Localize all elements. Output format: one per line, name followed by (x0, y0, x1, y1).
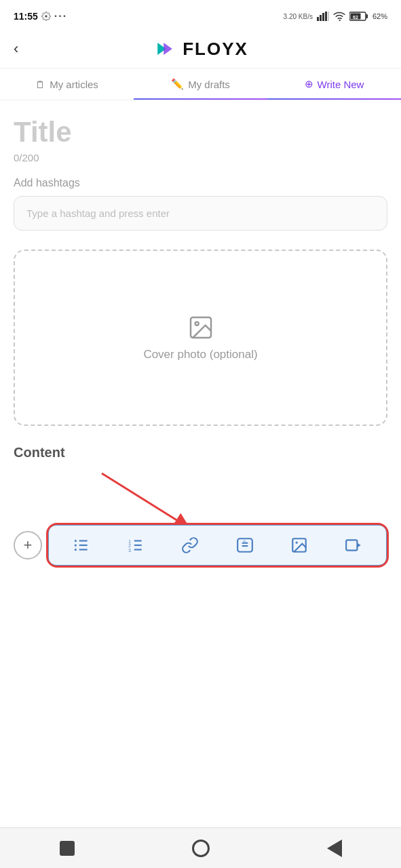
cover-photo-label: Cover photo (optional) (143, 348, 257, 361)
tab-my-articles-underline (0, 98, 134, 100)
triangle-icon (327, 840, 342, 857)
video-button[interactable] (339, 532, 368, 558)
tab-write-new-label: Write New (318, 79, 364, 90)
floyx-logo-icon (153, 37, 177, 61)
link-icon (181, 536, 199, 554)
svg-rect-8 (366, 14, 368, 18)
svg-point-19 (75, 540, 77, 542)
tab-my-articles-label: My articles (50, 79, 98, 90)
title-field[interactable]: Title (14, 117, 387, 148)
cover-photo-icon (187, 314, 214, 341)
svg-rect-34 (346, 540, 357, 551)
logo: FLOYX (153, 37, 248, 61)
more-dots: ··· (54, 10, 67, 22)
quote-button[interactable]: " (231, 532, 259, 558)
tab-my-drafts[interactable]: ✏️ My drafts (134, 68, 267, 100)
circle-icon (192, 840, 210, 857)
svg-point-5 (339, 20, 341, 21)
logo-text: FLOYX (183, 39, 248, 60)
svg-line-14 (102, 473, 183, 524)
svg-point-21 (75, 549, 77, 551)
back-button[interactable]: ‹ (14, 40, 18, 58)
tab-write-new[interactable]: ⊕ Write New (267, 68, 401, 100)
wifi-icon (333, 12, 345, 21)
toolbar-row: + 1 (14, 524, 387, 566)
app-header: ‹ FLOYX (0, 30, 401, 68)
image-icon (290, 536, 308, 554)
network-speed: 3.20 KB/s (284, 13, 313, 20)
svg-point-20 (75, 545, 77, 547)
video-icon (345, 536, 362, 554)
tab-my-drafts-underline (134, 98, 267, 100)
bullet-list-button[interactable] (67, 532, 96, 558)
cover-photo-area[interactable]: Cover photo (optional) (14, 250, 387, 426)
nav-home-button[interactable] (180, 828, 221, 869)
add-icon: + (24, 536, 33, 554)
svg-marker-11 (164, 43, 172, 55)
time-display: 11:55 (14, 11, 38, 22)
status-right-area: 3.20 KB/s 62 62% (284, 12, 387, 21)
svg-text:62: 62 (353, 15, 358, 20)
battery-percent: 62% (373, 12, 387, 20)
tab-write-new-underline (267, 98, 401, 100)
char-count: 0/200 (14, 152, 387, 163)
svg-point-33 (295, 542, 297, 544)
nav-square-button[interactable] (47, 828, 88, 869)
tabs-container: 🗒 My articles ✏️ My drafts ⊕ Write New (0, 68, 401, 100)
status-bar: 11:55 ··· 3.20 KB/s 62 (0, 0, 401, 30)
square-icon (60, 841, 75, 856)
tab-my-articles[interactable]: 🗒 My articles (0, 68, 134, 100)
my-articles-icon: 🗒 (35, 79, 45, 90)
tab-my-drafts-label: My drafts (188, 79, 230, 90)
status-time-area: 11:55 ··· (14, 10, 67, 22)
svg-rect-1 (320, 15, 322, 21)
svg-point-13 (195, 322, 198, 326)
svg-text:": " (242, 539, 246, 546)
arrow-area (14, 470, 387, 531)
formatting-toolbar: 1 2 3 " (47, 524, 387, 566)
main-content: Title 0/200 Add hashtags Type a hashtag … (0, 100, 401, 589)
signal-icon (317, 12, 329, 21)
red-arrow (95, 470, 231, 531)
bottom-nav (0, 827, 401, 868)
my-drafts-icon: ✏️ (171, 78, 184, 90)
link-button[interactable] (176, 532, 204, 558)
numbered-list-button[interactable]: 1 2 3 (121, 532, 150, 558)
gear-icon (41, 12, 51, 21)
svg-rect-3 (325, 12, 327, 21)
svg-rect-4 (328, 12, 329, 21)
svg-marker-35 (357, 543, 360, 548)
bullet-list-icon (73, 536, 90, 554)
battery-icon: 62 (349, 12, 368, 21)
hashtag-input[interactable]: Type a hashtag and press enter (14, 196, 387, 231)
red-highlight-border (46, 523, 389, 568)
write-new-icon: ⊕ (305, 78, 313, 90)
svg-rect-0 (317, 17, 319, 21)
quote-icon: " (236, 536, 254, 554)
content-label: Content (14, 445, 387, 460)
svg-rect-2 (322, 13, 324, 21)
image-button[interactable] (285, 532, 313, 558)
svg-text:3: 3 (128, 548, 131, 553)
numbered-list-icon: 1 2 3 (127, 536, 145, 554)
nav-back-button[interactable] (314, 828, 355, 869)
hashtag-label: Add hashtags (14, 177, 387, 189)
add-button[interactable]: + (14, 531, 42, 559)
